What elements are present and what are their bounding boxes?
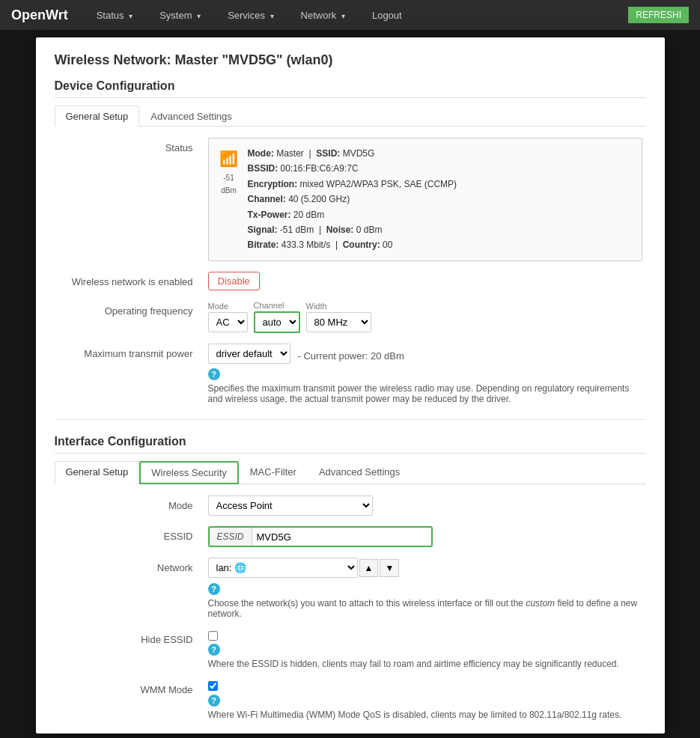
nav-services-caret: ▾	[270, 12, 274, 20]
nav-network[interactable]: Network ▾	[295, 7, 351, 24]
nav-system[interactable]: System ▾	[153, 7, 207, 24]
nav-system-caret: ▾	[197, 12, 201, 20]
navbar: OpenWrt Status ▾ System ▾ Services ▾ Net…	[0, 0, 700, 30]
nav-logout[interactable]: Logout	[366, 7, 408, 24]
nav-services[interactable]: Services ▾	[222, 7, 279, 24]
nav-status[interactable]: Status ▾	[91, 7, 139, 24]
nav-network-caret: ▾	[341, 12, 345, 20]
nav-status-caret: ▾	[129, 12, 133, 20]
refresh-button[interactable]: REFRESHI	[628, 7, 689, 23]
brand-logo: OpenWrt	[11, 7, 68, 23]
